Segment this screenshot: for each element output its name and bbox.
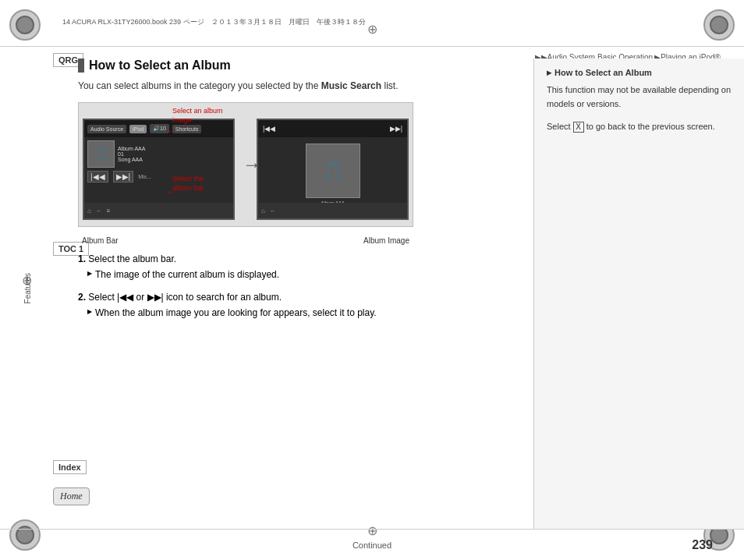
step-1-number: 1. (78, 253, 86, 264)
step-2-result-text: When the album image you are looking for… (95, 305, 377, 321)
left-screen: Audio Source iPod 🔊10 Shortcuts 🎵 Album … (83, 119, 235, 220)
toc-label: TOC (58, 244, 76, 253)
screen-bottom-bar: ⌂ ← ≡ (84, 203, 233, 218)
header-strip: 14 ACURA RLX-31TY26000.book 239 ページ ２０１３… (0, 0, 744, 47)
home-icon: ⌂ (87, 207, 91, 214)
right-back-icon: ← (270, 207, 276, 214)
step-2-action: Select |◀◀ or ▶▶| icon to search for an … (88, 292, 282, 303)
section-title: How to Select an Album (78, 58, 526, 73)
album-name: Album AAA (118, 146, 145, 151)
annotation-arrow-2: ← (167, 187, 175, 197)
note2-pre: Select (547, 122, 573, 131)
left-panel: How to Select an Album You can select al… (78, 58, 526, 529)
section-title-text: How to Select an Album (89, 58, 231, 73)
step-2-result: When the album image you are looking for… (87, 305, 526, 321)
album-info: 🎵 Album AAA 01 Song AAA (87, 140, 230, 168)
note2-post: to go back to the previous screen. (584, 122, 715, 131)
step-1-text: 1. Select the album bar. (78, 251, 526, 267)
right-panel: How to Select an Album This function may… (533, 58, 744, 529)
screen-body: 🎵 Album AAA 01 Song AAA |◀◀ ▶▶| Mix... (84, 137, 233, 186)
title-bar-decoration (78, 58, 84, 73)
right-panel-title: How to Select an Album (547, 68, 732, 77)
tab-ipod: iPod (129, 125, 147, 133)
right-panel-note1: This function may not be available depen… (547, 83, 732, 111)
album-image-label: Album Image (363, 236, 409, 245)
next-button[interactable]: ▶▶| (113, 171, 134, 183)
footer: Continued 239 (0, 529, 744, 560)
desc-bold: Music Search (321, 80, 381, 91)
steps-section: 1. Select the album bar. The image of th… (78, 251, 526, 321)
tab-shortcuts: Shortcuts (172, 125, 202, 133)
back-icon: ← (96, 207, 102, 214)
track-number: 01 (118, 151, 145, 157)
step-2-number: 2. (78, 292, 86, 303)
right-screen-controls: |◀◀ ▶▶| (258, 120, 407, 137)
step-1-action: Select the album bar. (88, 253, 176, 264)
step-2: 2. Select |◀◀ or ▶▶| icon to search for … (78, 289, 526, 321)
album-text: Album AAA 01 Song AAA (118, 146, 145, 162)
features-label: Features (23, 273, 32, 303)
right-screen: |◀◀ ▶▶| 🎵 Album AAAArtist AAA ⌂ ← (257, 119, 409, 220)
album-image-large: 🎵 (306, 144, 360, 198)
step-1-result: The image of the current album is displa… (87, 267, 526, 282)
annotation-select-album: Select an albumimage. (172, 107, 223, 125)
misc-label: Mix... (138, 174, 151, 179)
continued-label: Continued (353, 541, 391, 550)
right-screen-bottom: ⌂ ← (258, 203, 407, 218)
annotation-select-bar: Select thealbum bar. (172, 175, 205, 193)
screen-container: Audio Source iPod 🔊10 Shortcuts 🎵 Album … (78, 102, 413, 227)
page-number: 239 (692, 538, 713, 552)
step-1-result-text: The image of the current album is displa… (95, 267, 279, 282)
annotation-arrow-1: ← (167, 126, 175, 136)
right-home-icon: ⌂ (261, 207, 265, 214)
menu-icon: ≡ (107, 207, 111, 214)
tab-audio-source: Audio Source (87, 125, 126, 133)
album-thumbnail: 🎵 (87, 140, 115, 168)
prev-button[interactable]: |◀◀ (87, 171, 108, 183)
desc-pre: You can select albums in the category yo… (78, 80, 321, 91)
screen-bottom-labels: Album Bar Album Image (78, 236, 413, 245)
right-panel-note2: Select X to go back to the previous scre… (547, 120, 732, 134)
right-prev-btn: |◀◀ (263, 125, 275, 133)
right-next-btn: ▶▶| (390, 125, 402, 133)
step-1: 1. Select the album bar. The image of th… (78, 251, 526, 283)
section-description: You can select albums in the category yo… (78, 79, 526, 93)
step-2-text: 2. Select |◀◀ or ▶▶| icon to search for … (78, 289, 526, 305)
file-info: 14 ACURA RLX-31TY26000.book 239 ページ ２０１３… (62, 17, 366, 27)
select-box: X (573, 122, 584, 133)
desc-post: list. (381, 80, 398, 91)
album-bar-label: Album Bar (82, 236, 119, 245)
song-name: Song AAA (118, 157, 145, 162)
playback-controls: |◀◀ ▶▶| Mix... (87, 171, 230, 183)
